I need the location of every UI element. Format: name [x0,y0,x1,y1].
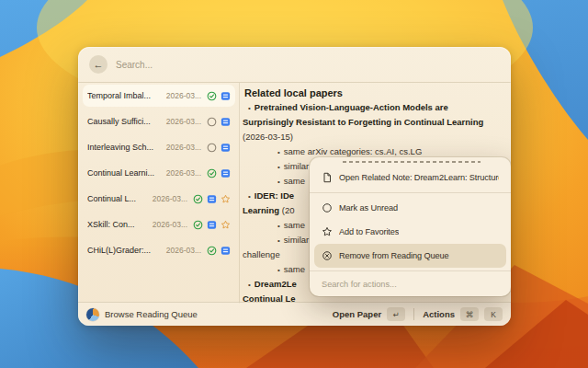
paper-title: Temporal Imbal... [87,91,163,100]
paper-entry-title: Surprisingly Resistant to Forgetting in … [243,115,505,130]
star-icon [322,226,333,237]
read-check-icon [193,220,203,230]
app-logo-icon [86,308,99,321]
document-icon [322,172,333,183]
back-button[interactable]: ← [89,55,107,74]
bullet: • [277,148,280,156]
clipped-menu-item [322,157,498,166]
paper-date: 2026-03... [153,194,187,203]
remove-circle-icon [322,250,333,261]
unread-circle-icon [207,143,217,153]
paper-title: Causally Suffici... [87,117,163,126]
menu-item-mark-as-unread[interactable]: Mark as Unread [314,196,506,220]
bullet: • [277,236,280,245]
back-arrow-icon: ← [94,60,104,70]
favorite-star-icon [220,194,231,204]
bullet: • [248,192,251,201]
bullet: • [277,178,280,186]
paper-date: 2026-03... [166,91,201,100]
bullet: • [248,104,251,112]
paper-date: 2026-03... [166,143,201,152]
read-check-icon [193,194,203,204]
open-paper-button[interactable]: Open Paper [333,309,381,319]
bullet: • [277,163,280,171]
note-icon [220,117,231,127]
note-icon [220,168,231,178]
note-icon [220,143,231,153]
paper-title: XSkill: Con... [87,220,149,229]
k-key-icon: K [484,307,503,321]
list-item[interactable]: Causally Suffici... 2026-03... [83,110,235,132]
menu-item-remove-from-reading-queue[interactable]: Remove from Reading Queue [314,244,506,268]
paper-date: 2026-03... [153,220,187,229]
status-bar: Browse Reading Queue Open Paper ↵ Action… [78,302,511,326]
desktop: ← Search... Temporal Imbal... 2026-03...… [0,0,588,368]
paper-title: Continual Learni... [87,168,163,178]
paper-entry-title: •Pretrained Vision-Language-Action Model… [243,100,505,115]
note-icon [220,246,231,256]
paper-date: 2026-03... [166,168,201,178]
actions-search-input[interactable]: Search for actions... [310,270,511,296]
read-check-icon [207,91,217,101]
command-key-icon: ⌘ [460,307,479,321]
menu-item-add-to-favorites[interactable]: Add to Favorites [314,220,506,244]
actions-menu: Open Related Note: Dream2Learn: Structur… [310,157,511,296]
note-icon [207,220,217,230]
return-key-icon: ↵ [387,307,405,321]
list-item[interactable]: Temporal Imbal... 2026-03... [83,85,235,107]
favorite-star-icon [220,220,231,230]
paper-date: 2026-03... [166,117,201,126]
unread-circle-icon [207,117,217,127]
paper-entry-date: (2026-03-15) [243,130,505,144]
menu-item-open-related-note[interactable]: Open Related Note: Dream2Learn: Structur… [314,166,506,190]
read-check-icon [207,246,217,256]
detail-heading: Related local papers [243,83,505,100]
bullet: • [277,266,280,274]
note-icon [220,91,231,101]
paper-title: Interleaving Sch... [87,143,163,152]
list-item[interactable]: CHiL(L)Grader:... 2026-03... [83,239,235,261]
actions-button[interactable]: Actions [423,309,455,319]
list-item[interactable]: XSkill: Con... 2026-03... [83,213,235,236]
read-check-icon [207,168,217,178]
paper-date: 2026-03... [166,246,201,255]
paper-title: Continual L... [87,194,149,203]
paper-title: CHiL(L)Grader:... [87,246,163,255]
list-item[interactable]: Continual L... 2026-03... [83,188,235,210]
bullet: • [248,281,251,289]
launcher-window: ← Search... Temporal Imbal... 2026-03...… [78,47,511,326]
list-item[interactable]: Interleaving Sch... 2026-03... [83,136,235,158]
bullet: • [277,222,280,230]
note-icon [207,194,217,204]
circle-icon [322,202,333,213]
command-title: Browse Reading Queue [105,309,198,319]
menu-divider [310,192,511,193]
paper-list: Temporal Imbal... 2026-03... Causally Su… [78,83,239,304]
search-input[interactable]: Search... [116,60,153,70]
list-item[interactable]: Continual Learni... 2026-03... [83,162,235,184]
footer-divider [413,308,414,320]
search-bar: ← Search... [78,47,511,83]
